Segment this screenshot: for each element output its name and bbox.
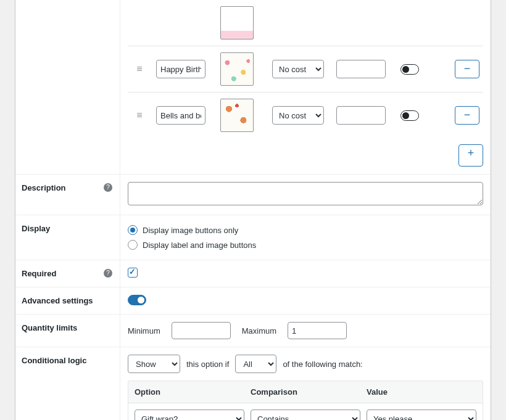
cost-value-input[interactable] <box>336 60 386 78</box>
option-toggle[interactable] <box>400 64 419 75</box>
conditional-text: this option if <box>186 360 229 369</box>
conditional-label: Conditional logic <box>22 356 86 365</box>
option-swatch[interactable] <box>220 6 254 39</box>
display-image-only-radio[interactable] <box>128 225 138 235</box>
conditional-qty-select[interactable]: All <box>235 355 276 373</box>
option-name-input[interactable] <box>156 106 205 125</box>
minimum-input[interactable] <box>172 322 231 339</box>
drag-handle-icon[interactable]: ≡ <box>131 64 147 75</box>
condition-comparison-select[interactable]: Contains <box>251 410 360 420</box>
advanced-toggle[interactable] <box>128 295 146 305</box>
col-comparison: Comparison <box>251 387 360 397</box>
conditional-verb-select[interactable]: Show <box>128 355 180 373</box>
required-checkbox[interactable] <box>128 268 138 278</box>
help-icon[interactable]: ? <box>104 183 112 192</box>
option-toggle[interactable] <box>400 110 419 121</box>
display-label-image-radio[interactable] <box>128 240 138 250</box>
help-icon[interactable]: ? <box>104 269 112 278</box>
display-label: Display <box>22 224 50 233</box>
option-swatch[interactable] <box>220 52 254 86</box>
cost-type-select[interactable]: No cost <box>272 60 324 78</box>
remove-option-button[interactable]: − <box>455 60 479 78</box>
maximum-label: Maximum <box>242 326 276 336</box>
cost-type-select[interactable]: No cost <box>272 106 324 125</box>
drag-handle-icon[interactable]: ≡ <box>131 110 147 121</box>
add-option-button[interactable]: + <box>458 144 483 167</box>
option-swatch[interactable] <box>220 99 254 132</box>
minimum-label: Minimum <box>128 326 160 336</box>
advanced-label: Advanced settings <box>22 296 93 305</box>
description-label: Description <box>22 183 66 192</box>
condition-option-select[interactable]: Gift wrap? <box>135 410 244 420</box>
cost-value-input[interactable] <box>336 106 386 125</box>
col-value: Value <box>367 387 476 397</box>
conditional-text: of the following match: <box>283 360 362 369</box>
quantity-label: Quantity limits <box>22 323 77 332</box>
remove-option-button[interactable]: − <box>455 106 479 125</box>
option-name-input[interactable] <box>156 60 205 78</box>
col-option: Option <box>135 387 244 397</box>
display-image-only-label: Display image buttons only <box>143 226 238 235</box>
display-label-image-label: Display label and image buttons <box>143 241 256 250</box>
description-textarea[interactable] <box>128 182 483 205</box>
maximum-input[interactable] <box>288 322 347 339</box>
required-label: Required <box>22 269 56 278</box>
condition-value-select[interactable]: Yes please <box>367 410 476 420</box>
